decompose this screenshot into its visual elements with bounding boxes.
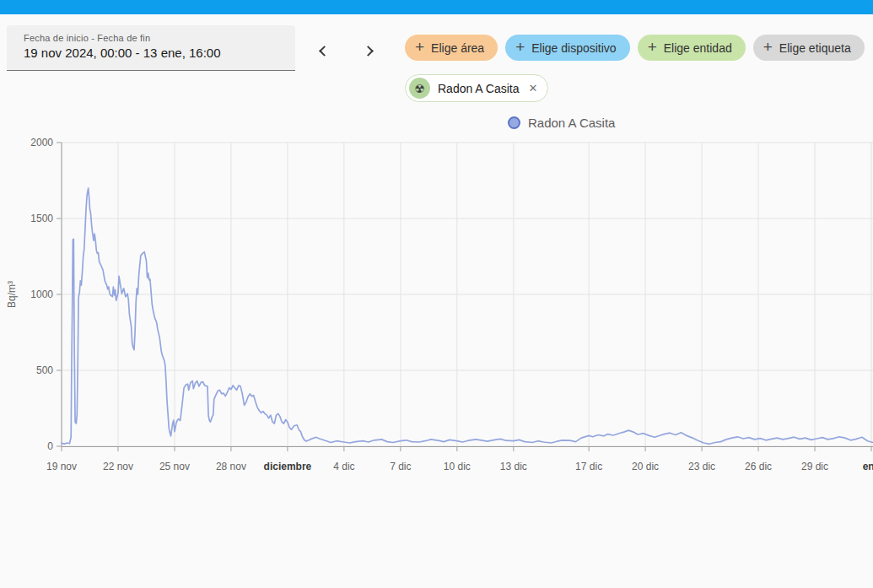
svg-text:19 nov: 19 nov — [46, 461, 77, 472]
plus-icon: + — [763, 39, 773, 55]
svg-text:1000: 1000 — [30, 289, 53, 300]
svg-text:28 nov: 28 nov — [216, 461, 246, 472]
plus-icon: + — [515, 39, 525, 55]
radioactive-icon: ☢ — [409, 78, 430, 99]
svg-text:25 nov: 25 nov — [159, 461, 190, 472]
svg-text:2000: 2000 — [30, 137, 53, 148]
svg-text:20 dic: 20 dic — [632, 461, 659, 472]
svg-text:22 nov: 22 nov — [103, 461, 133, 472]
add-area-filter-chip[interactable]: + Elige área — [405, 35, 498, 61]
svg-text:23 dic: 23 dic — [688, 461, 715, 472]
legend-item-radon-a-casita[interactable]: Radon A Casita — [508, 116, 615, 130]
add-device-filter-chip[interactable]: + Elige dispositivo — [505, 35, 630, 61]
date-range-value: 19 nov 2024, 00:00 - 13 ene, 16:00 — [24, 46, 295, 60]
chevron-left-icon — [319, 46, 330, 57]
chip-label: Elige área — [431, 41, 484, 55]
next-period-button[interactable] — [358, 39, 381, 62]
svg-text:Bq/m³: Bq/m³ — [6, 281, 18, 308]
chevron-right-icon — [363, 46, 374, 57]
svg-text:500: 500 — [36, 364, 53, 376]
history-chart[interactable]: 050010001500200019 nov22 nov25 nov28 nov… — [0, 135, 873, 489]
add-label-filter-chip[interactable]: + Elige etiqueta — [753, 35, 865, 61]
svg-text:17 dic: 17 dic — [575, 461, 602, 472]
add-entity-filter-chip[interactable]: + Elige entidad — [638, 35, 746, 61]
entity-chip-label: Radon A Casita — [438, 82, 520, 95]
app-top-bar — [0, 0, 873, 14]
svg-text:13 dic: 13 dic — [500, 461, 527, 472]
svg-text:10 dic: 10 dic — [444, 461, 471, 472]
legend-series-dot — [508, 116, 520, 129]
date-range-picker[interactable]: Fecha de inicio - Fecha de fin 19 nov 20… — [7, 25, 295, 71]
svg-text:0: 0 — [47, 440, 53, 452]
svg-text:26 dic: 26 dic — [745, 461, 772, 472]
chip-label: Elige etiqueta — [779, 41, 851, 55]
prev-period-button[interactable] — [310, 39, 334, 62]
plus-icon: + — [648, 39, 657, 55]
svg-text:4 dic: 4 dic — [333, 461, 354, 472]
svg-text:ene: ene — [863, 461, 873, 472]
date-range-label: Fecha de inicio - Fecha de fin — [24, 33, 295, 43]
plus-icon: + — [415, 39, 424, 55]
legend-series-label: Radon A Casita — [528, 116, 615, 130]
svg-text:diciembre: diciembre — [264, 461, 312, 472]
chip-label: Elige entidad — [664, 41, 732, 55]
svg-text:7 dic: 7 dic — [390, 461, 411, 472]
close-icon[interactable]: ✕ — [527, 80, 540, 96]
chip-label: Elige dispositivo — [531, 41, 616, 55]
filter-chip-row: + Elige área + Elige dispositivo + Elige… — [405, 35, 865, 61]
selected-entity-chip[interactable]: ☢ Radon A Casita ✕ — [405, 74, 548, 102]
svg-text:29 dic: 29 dic — [801, 461, 828, 472]
svg-text:1500: 1500 — [30, 213, 53, 224]
